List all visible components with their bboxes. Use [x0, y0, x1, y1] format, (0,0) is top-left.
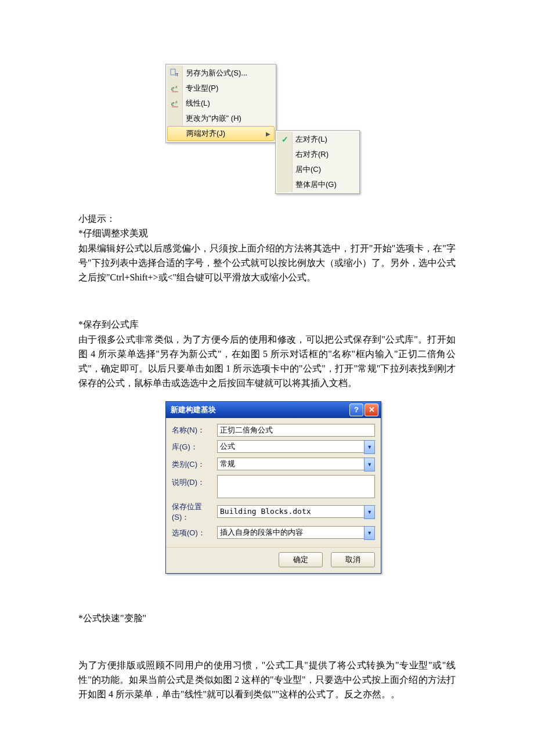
menu-item-save-as-new[interactable]: π 另存为新公式(S)...: [167, 66, 275, 81]
label-category: 类别(C)：: [172, 459, 217, 470]
row-save-in: 保存位置(S)： Building Blocks.dotx ▼: [172, 502, 375, 523]
close-button[interactable]: ✕: [365, 404, 378, 416]
gallery-dropdown-button[interactable]: ▼: [364, 440, 375, 454]
submenu-arrow-icon: ▶: [266, 131, 272, 137]
label-options: 选项(O)：: [172, 528, 217, 538]
pi-icon: π: [168, 66, 182, 80]
blank-icon: [278, 163, 292, 177]
menu-item-professional[interactable]: e x 专业型(P): [167, 81, 275, 96]
name-field[interactable]: 正切二倍角公式: [217, 424, 375, 437]
row-description: 说明(D)：: [172, 475, 375, 498]
menu-label: 线性(L): [182, 98, 272, 109]
category-dropdown-button[interactable]: ▼: [364, 458, 375, 471]
category-field[interactable]: 常规: [217, 458, 364, 470]
menu-label: 整体居中(G): [292, 179, 356, 190]
svg-text:π: π: [175, 71, 178, 77]
section-3-body: 为了方便排版或照顾不同用户的使用习惯，"公式工具"提供了将公式转换为"专业型"或…: [78, 658, 456, 702]
blank-icon: [278, 178, 292, 192]
tips-header: 小提示：: [78, 211, 456, 226]
cancel-button[interactable]: 取消: [331, 552, 375, 567]
context-menu-alignment-submenu: ✓ 左对齐(L) 右对齐(R) 居中(C) 整体居中(G): [275, 130, 360, 194]
section-2-body: 由于很多公式非常类似，为了方便今后的使用和修改，可以把公式保存到"公式库"。打开…: [78, 332, 456, 391]
check-icon: ✓: [278, 132, 292, 146]
menu-label: 更改为"内嵌" (H): [182, 113, 272, 124]
gallery-field[interactable]: 公式: [217, 440, 364, 453]
menu-item-change-inline[interactable]: 更改为"内嵌" (H): [167, 111, 275, 126]
submenu-item-center[interactable]: 居中(C): [277, 162, 358, 177]
options-dropdown-button[interactable]: ▼: [364, 526, 375, 540]
svg-text:e: e: [171, 99, 175, 107]
blank-icon: [169, 127, 183, 141]
ex-professional-icon: e x: [168, 81, 182, 95]
submenu-item-left[interactable]: ✓ 左对齐(L): [277, 132, 358, 147]
svg-rect-0: [171, 69, 175, 75]
menu-item-justify[interactable]: 两端对齐(J) ▶: [167, 126, 275, 141]
building-block-dialog: 新建构建基块 ? ✕ 名称(N)： 正切二倍角公式 库(G)： 公式 ▼: [165, 401, 456, 574]
svg-text:e: e: [171, 84, 175, 92]
section-1-title: *仔细调整求美观: [78, 226, 456, 240]
row-gallery: 库(G)： 公式 ▼: [172, 440, 375, 454]
options-field[interactable]: 插入自身的段落中的内容: [217, 526, 364, 539]
save-in-dropdown-button[interactable]: ▼: [364, 505, 375, 519]
label-description: 说明(D)：: [172, 475, 217, 488]
dialog-footer: 确定 取消: [166, 547, 381, 573]
menu-label: 左对齐(L): [292, 134, 356, 145]
label-save-in: 保存位置(S)：: [172, 502, 217, 523]
context-menu-main: π 另存为新公式(S)... e x 专业型(P): [165, 64, 276, 143]
menu-label: 两端对齐(J): [183, 128, 266, 139]
menu-label: 专业型(P): [182, 83, 272, 93]
section-2-title: *保存到公式库: [78, 317, 456, 332]
dialog-body: 名称(N)： 正切二倍角公式 库(G)： 公式 ▼ 类别(C)： 常规: [166, 418, 381, 547]
row-options: 选项(O)： 插入自身的段落中的内容 ▼: [172, 526, 375, 540]
row-name: 名称(N)： 正切二倍角公式: [172, 424, 375, 437]
row-category: 类别(C)： 常规 ▼: [172, 458, 375, 471]
menu-item-linear[interactable]: e x 线性(L): [167, 96, 275, 111]
dialog-titlebar: 新建构建基块 ? ✕: [166, 402, 381, 418]
help-button[interactable]: ?: [349, 404, 363, 416]
svg-text:x: x: [175, 84, 178, 89]
svg-text:x: x: [175, 99, 178, 105]
ex-linear-icon: e x: [168, 96, 182, 110]
section-3-title: *公式快速"变脸": [78, 611, 456, 625]
description-field[interactable]: [217, 475, 375, 498]
dialog-title: 新建构建基块: [171, 405, 348, 415]
submenu-item-center-group[interactable]: 整体居中(G): [277, 177, 358, 192]
blank-icon: [278, 147, 292, 161]
menu-label: 居中(C): [292, 164, 356, 175]
ok-button[interactable]: 确定: [279, 552, 323, 567]
blank-icon: [168, 111, 182, 125]
save-in-field[interactable]: Building Blocks.dotx: [217, 505, 364, 518]
label-name: 名称(N)：: [172, 425, 217, 435]
submenu-item-right[interactable]: 右对齐(R): [277, 147, 358, 162]
label-gallery: 库(G)：: [172, 442, 217, 452]
menu-label: 另存为新公式(S)...: [182, 68, 272, 78]
equation-context-menu: π 另存为新公式(S)... e x 专业型(P): [165, 64, 456, 194]
menu-label: 右对齐(R): [292, 149, 356, 160]
section-1-body: 如果编辑好公式以后感觉偏小，只须按上面介绍的方法将其选中，打开"开始"选项卡，在…: [78, 241, 456, 285]
